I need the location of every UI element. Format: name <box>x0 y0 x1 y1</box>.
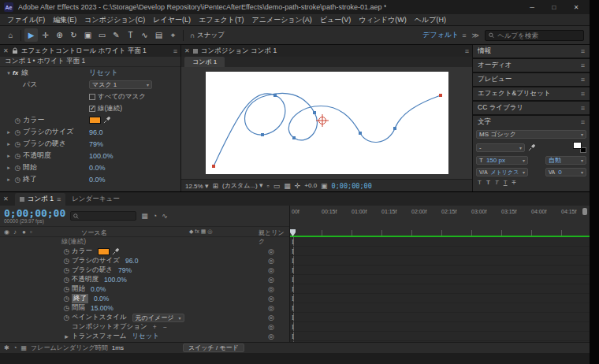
stopwatch-icon[interactable]: ◷ <box>13 176 23 184</box>
eye-icon[interactable]: ◉ <box>4 228 9 236</box>
fx-badge-icon[interactable]: fx <box>13 69 18 76</box>
current-timecode[interactable]: 0;00;00;00 <box>4 208 65 218</box>
panel-menu-icon[interactable]: ≡ <box>581 90 585 98</box>
panel-menu-icon[interactable]: ≡ <box>57 195 61 203</box>
property-label[interactable]: 開始 <box>72 284 85 294</box>
font-style-select[interactable]: - ▾ <box>476 143 525 152</box>
target-icon[interactable]: ✛ <box>295 182 301 190</box>
effect-header-row[interactable]: ▾ fx 線 リセット <box>0 67 180 79</box>
chevron-right-icon[interactable]: ▸ <box>5 153 13 159</box>
audio-panel-header[interactable]: オーディオ ≡ <box>473 59 590 72</box>
stroke-seq-row[interactable]: 線(連続) <box>0 237 289 247</box>
exposure-value[interactable]: +0.0 <box>304 182 317 189</box>
menu-edit[interactable]: 編集(E) <box>49 15 80 25</box>
time-ruler[interactable]: 00f 00:15f 01:00f 01:15f 02:00f 02:15f 0… <box>290 206 590 237</box>
color-swatch[interactable] <box>98 248 110 255</box>
rectangle-tool-icon[interactable]: ▭ <box>95 28 109 42</box>
pick-whip-icon[interactable]: ◎ <box>268 332 274 340</box>
menu-effect[interactable]: エフェクト(T) <box>195 15 248 25</box>
panel-menu-icon[interactable]: ≡ <box>581 104 585 112</box>
composition-viewer[interactable] <box>181 67 472 179</box>
panel-close-icon[interactable]: ✕ <box>3 47 9 54</box>
lock-icon[interactable] <box>12 47 18 54</box>
audio-icon[interactable]: ♪ <box>13 228 17 236</box>
pick-whip-icon[interactable]: ◎ <box>268 323 274 331</box>
home-tool-icon[interactable]: ⌂ <box>4 28 17 42</box>
selected-vertices[interactable] <box>212 94 442 168</box>
property-label[interactable]: ブラシのサイズ <box>72 256 120 266</box>
menu-view[interactable]: ビュー(V) <box>316 15 355 25</box>
fill-color-swatch[interactable] <box>573 142 582 149</box>
render-queue-tab[interactable]: レンダーキュー <box>72 195 120 204</box>
render-clock-icon[interactable]: ◔ <box>13 344 17 351</box>
property-label[interactable]: 終了 <box>72 294 88 303</box>
stopwatch-icon[interactable]: ◷ <box>13 152 23 160</box>
pick-whip-icon[interactable]: ◎ <box>268 314 274 321</box>
effects-presets-panel-header[interactable]: エフェクト&プリセット ≡ <box>473 87 590 100</box>
menu-composition[interactable]: コンポジション(C) <box>80 15 149 25</box>
panel-menu-icon[interactable]: ≡ <box>581 61 585 69</box>
type-tool-icon[interactable]: T <box>124 28 137 42</box>
stopwatch-icon[interactable]: ◷ <box>61 285 72 293</box>
camera-tool-icon[interactable]: ▣ <box>81 28 95 42</box>
menu-layer[interactable]: レイヤー(L) <box>149 15 195 25</box>
chevron-right-icon[interactable]: ▸ <box>61 332 72 340</box>
transform-reset-button[interactable]: リセット <box>132 332 159 341</box>
type-style-buttons[interactable]: TTTTT <box>473 178 590 187</box>
all-masks-checkbox[interactable] <box>89 94 95 100</box>
property-label[interactable]: 間隔 <box>72 303 85 313</box>
paint-style-row[interactable]: ◷ ペイントスタイル 元のイメージ ▾ ◎ <box>0 313 289 322</box>
viewer-timecode[interactable]: 0;00;00;00 <box>332 182 372 190</box>
stopwatch-icon[interactable]: ◷ <box>61 295 72 303</box>
character-panel-header[interactable]: 文字 ≡ <box>473 116 590 128</box>
cc-libraries-panel-header[interactable]: CC ライブラリ ≡ <box>473 102 590 114</box>
composition-tab[interactable]: ✕ コンポジション コンポ 1 ≡ <box>181 45 472 57</box>
chevron-right-icon[interactable]: ▸ <box>5 141 13 147</box>
effect-reset-button[interactable]: リセット <box>89 68 118 78</box>
menu-animation[interactable]: アニメーション(A) <box>248 15 316 25</box>
close-button[interactable]: ✕ <box>567 2 586 13</box>
expander-icon[interactable]: ▾ <box>5 70 13 76</box>
spacing-row[interactable]: ◷ 間隔 15.00% ◎ <box>0 303 289 313</box>
info-panel-header[interactable]: 情報 ≡ <box>473 45 590 58</box>
draft-3d-icon[interactable]: ◔ <box>153 212 157 220</box>
selection-tool-icon[interactable]: ▶ <box>24 28 38 42</box>
pick-whip-icon[interactable]: ◎ <box>268 285 274 293</box>
effect-name[interactable]: 線 <box>21 68 28 78</box>
pick-whip-icon[interactable]: ◎ <box>268 304 274 312</box>
region-of-interest-icon[interactable]: ▭ <box>273 182 281 190</box>
lock-column-icon[interactable]: ▫ <box>30 228 32 236</box>
fill-stroke-swatches[interactable] <box>573 142 586 153</box>
help-search[interactable] <box>485 30 584 41</box>
stopwatch-icon[interactable]: ◷ <box>61 257 72 265</box>
font-family-select[interactable]: MS ゴシック ▾ <box>476 130 586 139</box>
opacity-value[interactable]: 100.0% <box>89 152 113 160</box>
eyedropper-icon[interactable] <box>103 117 110 124</box>
stroke-sequentially-checkbox[interactable] <box>89 106 95 112</box>
resolution-select[interactable]: (カスタム...) ▾ <box>222 181 263 190</box>
anchor-point-crosshair[interactable] <box>316 114 329 127</box>
kerning-select[interactable]: V/A メトリクス ▾ <box>476 168 528 176</box>
pick-whip-icon[interactable]: ◎ <box>268 266 274 274</box>
hand-tool-icon[interactable]: ✛ <box>39 28 52 42</box>
panel-menu-icon[interactable]: ≡ <box>581 76 585 84</box>
eyedropper-icon[interactable] <box>112 248 119 255</box>
property-value[interactable]: 0.0% <box>91 285 106 293</box>
property-value[interactable]: 96.0 <box>125 257 139 265</box>
end-value[interactable]: 0.0% <box>89 176 106 184</box>
mask-visibility-icon[interactable]: ▦ <box>284 182 291 190</box>
brush-size-row[interactable]: ◷ ブラシのサイズ 96.0 ◎ <box>0 256 289 266</box>
chevron-right-icon[interactable]: ▸ <box>5 129 13 136</box>
property-label[interactable]: コンポジットオプション <box>72 322 147 332</box>
brush-tool-icon[interactable]: ∿ <box>138 28 151 42</box>
render-meter-icon[interactable]: ✱ <box>4 344 9 351</box>
property-label[interactable]: ペイントスタイル <box>72 313 127 322</box>
stopwatch-icon[interactable]: ◷ <box>61 276 72 284</box>
zoom-tool-icon[interactable]: ⊕ <box>53 28 66 42</box>
property-value[interactable]: 100.0% <box>104 276 127 284</box>
path-mask-select[interactable]: マスク 1 ▾ <box>89 80 152 89</box>
brush-hardness-value[interactable]: 79% <box>89 140 103 148</box>
property-label[interactable]: カラー <box>72 247 92 256</box>
chevron-right-icon[interactable]: ▸ <box>5 176 13 183</box>
pick-whip-icon[interactable]: ◎ <box>268 276 274 284</box>
